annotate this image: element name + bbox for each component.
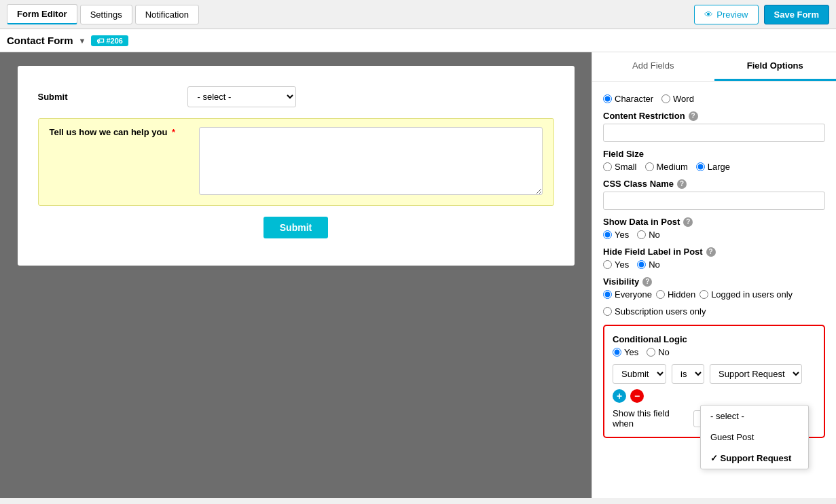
show-data-yes[interactable]: Yes <box>603 230 629 240</box>
show-data-no[interactable]: No <box>637 230 660 240</box>
dropdown-item-support-request[interactable]: ✓ Support Request <box>701 448 808 469</box>
add-condition-button[interactable]: + <box>613 389 626 403</box>
remove-condition-button[interactable]: − <box>630 389 644 403</box>
top-bar-actions: 👁 Preview Save Form <box>694 5 829 24</box>
dropdown-item-select[interactable]: - select - <box>701 406 808 427</box>
visibility-hidden[interactable]: Hidden <box>656 289 695 300</box>
sidebar-tabs: Add Fields Field Options <box>592 52 836 82</box>
cond-value-dropdown: - select - Guest Post ✓ Support Request <box>700 405 809 469</box>
conditional-no[interactable]: No <box>647 347 670 357</box>
field-size-label: Field Size <box>603 149 825 159</box>
cond-field-select[interactable]: Submit <box>613 364 666 384</box>
submit-row: Submit - select - <box>38 86 554 107</box>
cond-buttons-row: + − <box>613 389 816 403</box>
conditional-logic-box: Conditional Logic Yes No Submit <box>603 325 825 438</box>
content-restriction-label: Content Restriction ? <box>603 111 825 121</box>
css-class-label: CSS Class Name ? <box>603 179 825 189</box>
visibility-everyone[interactable]: Everyone <box>603 289 652 300</box>
css-class-help[interactable]: ? <box>677 179 687 189</box>
submit-control: - select - <box>187 86 554 107</box>
conditional-yes[interactable]: Yes <box>613 347 638 357</box>
save-form-button[interactable]: Save Form <box>764 5 829 24</box>
sidebar-content: Character Word Content Restriction ? Fie… <box>592 82 836 448</box>
field-size-small[interactable]: Small <box>603 162 637 172</box>
top-bar: Form Editor Settings Notification 👁 Prev… <box>0 0 836 29</box>
tab-settings[interactable]: Settings <box>80 5 132 24</box>
visibility-subscription-group: Subscription users only <box>603 306 825 317</box>
textarea-label: Tell us how we can help you * <box>50 127 199 137</box>
character-option[interactable]: Character <box>603 94 653 104</box>
hide-label-group: Yes No <box>603 259 825 270</box>
dropdown-item-guest-post[interactable]: Guest Post <box>701 427 808 448</box>
conditional-logic-yn: Yes No <box>613 347 816 357</box>
word-option[interactable]: Word <box>661 94 694 104</box>
field-size-medium[interactable]: Medium <box>645 162 688 172</box>
limit-type-group: Character Word <box>603 94 825 104</box>
conditional-logic-label: Conditional Logic <box>613 334 816 344</box>
css-class-input[interactable] <box>603 192 825 210</box>
show-data-help[interactable]: ? <box>683 217 693 227</box>
visibility-logged-in[interactable]: Logged in users only <box>699 289 793 300</box>
preview-button[interactable]: 👁 Preview <box>694 5 758 24</box>
required-indicator: * <box>172 127 175 137</box>
content-restriction-input[interactable] <box>603 124 825 142</box>
cond-value-select[interactable]: - select - Guest Post Support Request <box>710 364 802 384</box>
submit-label: Submit <box>38 92 187 102</box>
hide-label-section: Hide Field Label in Post ? <box>603 247 825 257</box>
visibility-help[interactable]: ? <box>642 277 652 287</box>
visibility-group: Everyone Hidden Logged in users only <box>603 289 825 300</box>
canvas-area: Submit - select - Tell us how we can hel… <box>0 52 592 498</box>
main-layout: Submit - select - Tell us how we can hel… <box>0 52 836 498</box>
eye-icon: 👁 <box>704 10 713 20</box>
visibility-label: Visibility ? <box>603 276 825 287</box>
help-textarea[interactable] <box>199 127 543 195</box>
form-title-dropdown[interactable]: ▼ <box>79 37 86 45</box>
show-data-label: Show Data in Post ? <box>603 217 825 227</box>
submit-button[interactable]: Submit <box>263 217 328 238</box>
show-data-group: Yes No <box>603 230 825 240</box>
form-card: Submit - select - Tell us how we can hel… <box>18 66 575 266</box>
cond-operator-select[interactable]: is <box>672 364 704 384</box>
visibility-subscription[interactable]: Subscription users only <box>603 306 706 317</box>
field-size-group: Small Medium Large <box>603 162 825 172</box>
textarea-wrapper <box>199 127 543 197</box>
form-badge: 🏷 #206 <box>91 35 128 46</box>
hide-label-help[interactable]: ? <box>706 247 716 257</box>
field-size-large[interactable]: Large <box>696 162 730 172</box>
right-sidebar: Add Fields Field Options Character Word … <box>592 52 836 498</box>
hide-label-yes[interactable]: Yes <box>603 259 629 270</box>
form-title: Contact Form <box>7 35 73 46</box>
cond-value-wrapper: - select - Guest Post Support Request - … <box>710 364 802 384</box>
sub-header: Contact Form ▼ 🏷 #206 <box>0 29 836 52</box>
content-restriction-help[interactable]: ? <box>689 111 698 121</box>
textarea-row: Tell us how we can help you * <box>38 118 554 206</box>
tab-notification[interactable]: Notification <box>135 5 199 24</box>
tab-add-fields[interactable]: Add Fields <box>592 52 714 81</box>
condition-rule-row: Submit is - select - Guest Post Support … <box>613 364 816 384</box>
tab-form-editor[interactable]: Form Editor <box>7 4 77 24</box>
submit-select[interactable]: - select - <box>187 86 296 107</box>
tab-field-options[interactable]: Field Options <box>714 52 837 81</box>
hide-label-no[interactable]: No <box>637 259 660 270</box>
